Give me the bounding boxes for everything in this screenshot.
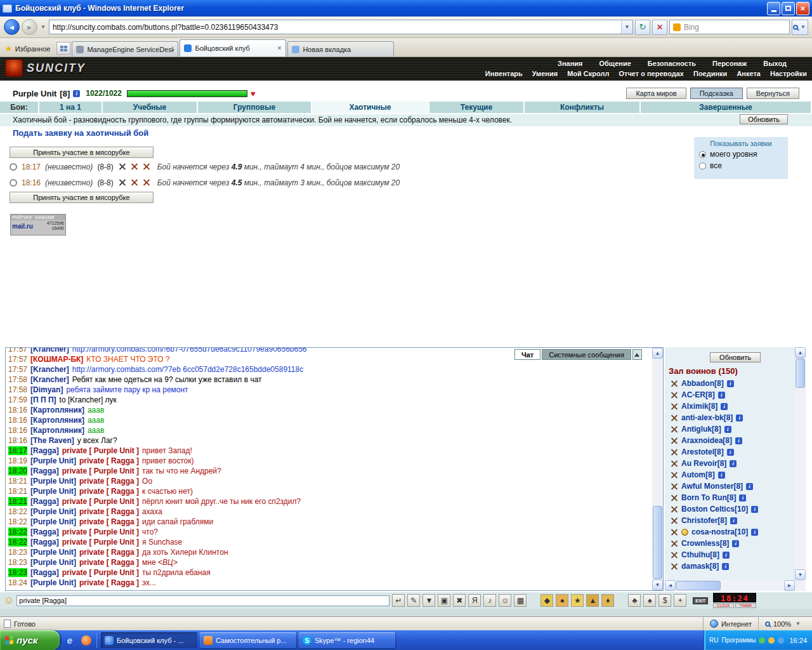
tab-close-icon[interactable]: ✕ — [277, 45, 282, 51]
skype-tray-icon[interactable] — [778, 637, 784, 644]
warriors-hscrollbar[interactable]: ◄ ► — [665, 580, 795, 591]
search-box[interactable]: Bing — [669, 20, 790, 34]
language-indicator[interactable]: RU — [709, 637, 718, 644]
attack-icon[interactable] — [670, 505, 678, 514]
chat-user[interactable]: [Krancher] — [30, 347, 69, 354]
attack-icon[interactable] — [670, 425, 678, 434]
game-nav-link[interactable]: Знания — [558, 60, 582, 67]
chat-user[interactable]: [Purple Unit] — [30, 578, 76, 587]
warrior-name[interactable]: Abbadon[8] — [681, 379, 724, 388]
battle-tab[interactable]: Хаотичные — [312, 102, 429, 113]
browser-tab[interactable]: Бойцовский клуб✕ — [180, 39, 286, 56]
info-icon[interactable]: i — [730, 460, 737, 467]
attack-icon[interactable] — [670, 494, 678, 502]
chat-user[interactable]: [Purple Unit] — [30, 477, 76, 486]
chat-user[interactable]: [П П П] — [30, 395, 56, 404]
game-nav-link[interactable]: Анкета — [737, 70, 761, 77]
chat-user[interactable]: [Ragga] — [30, 497, 59, 506]
exit-button[interactable]: EXIT — [693, 597, 708, 604]
photo-icon[interactable]: ▦ — [514, 594, 527, 607]
warriors-refresh-button[interactable]: Обновить — [710, 352, 761, 362]
warrior-name[interactable]: Alximik[8] — [681, 402, 717, 411]
attack-icon[interactable] — [670, 402, 678, 411]
filter-option[interactable]: моего уровня — [699, 150, 783, 159]
smiley-icon[interactable]: ☺ — [4, 595, 14, 606]
potion-icon[interactable]: ● — [556, 594, 568, 607]
header-button[interactable]: Подсказка — [690, 88, 743, 99]
refresh-page-button[interactable]: ↻ — [635, 20, 650, 35]
game-nav-link[interactable]: Персонаж — [712, 60, 747, 67]
scroll-up-icon[interactable]: ▲ — [652, 348, 663, 359]
chat-text[interactable]: http://armory.combats.com/?7eb 6cc057dd2… — [72, 365, 303, 374]
gift-icon[interactable]: ♦ — [601, 594, 614, 607]
warrior-name[interactable]: Arestotel[8] — [681, 448, 724, 456]
antivirus-tray-icon[interactable] — [759, 637, 765, 644]
battle-refresh-icon[interactable] — [10, 179, 17, 187]
scroll-down-icon[interactable]: ▼ — [795, 569, 806, 580]
send-icon[interactable]: ↵ — [392, 594, 405, 607]
info-icon[interactable]: i — [723, 552, 730, 559]
filter-option[interactable]: все — [699, 161, 783, 170]
chat-user[interactable]: [The Raven] — [30, 436, 74, 445]
info-icon[interactable]: i — [746, 483, 753, 490]
chat-user[interactable]: [Ragga] — [30, 467, 59, 475]
attack-icon[interactable] — [670, 460, 678, 468]
warriors-hscrollbar-thumb[interactable] — [676, 581, 721, 590]
warrior-name[interactable]: AC-ER[8] — [681, 390, 715, 399]
forward-button[interactable]: ► — [22, 19, 37, 35]
attack-icon[interactable] — [670, 380, 678, 388]
attack-icon[interactable] — [670, 562, 678, 571]
battle-refresh-icon[interactable] — [10, 163, 17, 171]
chat-user[interactable]: [Картопляник] — [30, 406, 84, 415]
browser-tab[interactable]: ManageEngine ServiceDesk P... — [72, 41, 178, 56]
settings-icon[interactable]: + — [674, 594, 686, 607]
clan-services-icon[interactable]: ♣ — [628, 594, 641, 607]
warrior-name[interactable]: Araxnoidea[8] — [681, 436, 732, 445]
game-nav-link[interactable]: Мой Скролл — [567, 70, 609, 77]
minimize-button[interactable] — [767, 2, 780, 15]
internet-explorer-icon[interactable]: e — [63, 634, 76, 647]
warrior-name[interactable]: Crownless[8] — [681, 539, 729, 548]
chat-user[interactable]: [Purple Unit] — [30, 548, 76, 557]
smiles-icon[interactable]: ☺ — [499, 594, 511, 607]
game-nav-link[interactable]: Поединки — [693, 70, 727, 77]
chat-user[interactable]: [Purple Unit] — [30, 487, 76, 496]
suncity-logo[interactable]: SUNCITY — [5, 59, 86, 77]
mailru-rating-badge[interactable]: РЕЙТИНГ 34483485 mail.ru 4712596 16490 — [10, 214, 66, 235]
chat-collapse-button[interactable] — [632, 349, 642, 360]
attack-icon[interactable] — [670, 517, 678, 525]
info-icon[interactable]: i — [718, 472, 725, 479]
attack-icon[interactable] — [670, 437, 678, 445]
zoom-dropdown-icon[interactable]: ▼ — [794, 621, 802, 627]
join-meatgrinder-button-bottom[interactable]: Принять участие в мясорубке — [10, 192, 154, 203]
chat-scrollbar[interactable]: ▲ ▼ — [652, 348, 663, 590]
warrior-name[interactable]: cosa-nostra[10] — [691, 527, 748, 536]
shop-icon[interactable]: ◆ — [540, 594, 553, 607]
clock-button[interactable]: CLOCK — [713, 603, 734, 608]
taskbar-item[interactable]: SSkype™ - region44 — [299, 632, 395, 648]
game-nav-link[interactable]: Инвентарь — [485, 70, 523, 77]
info-icon[interactable]: i — [727, 449, 734, 456]
info-icon[interactable]: i — [739, 494, 746, 501]
warrior-name[interactable]: Born To Run[8] — [681, 493, 736, 502]
warrior-name[interactable]: Boston Celtics[10] — [681, 505, 748, 514]
info-icon[interactable]: i — [730, 517, 737, 524]
attack-icon[interactable] — [670, 528, 678, 536]
gold-icon[interactable]: ★ — [571, 594, 584, 607]
scroll-right-icon[interactable]: ► — [784, 580, 795, 591]
ignore-icon[interactable]: ✖ — [453, 594, 466, 607]
quick-tabs-button[interactable] — [56, 42, 70, 55]
radio-icon[interactable] — [699, 151, 706, 158]
warrior-name[interactable]: Antigluk[8] — [681, 425, 721, 434]
history-dropdown-icon[interactable]: ▼ — [39, 24, 47, 30]
apply-chaos-link[interactable]: Подать заявку на хаотичный бой — [13, 128, 148, 138]
attack-icon[interactable] — [670, 482, 678, 491]
url-field[interactable]: http://suncity.combats.com/buttons.pl?ba… — [49, 20, 633, 34]
chat-user[interactable]: [КОШМАР-БК] — [30, 355, 83, 364]
info-icon[interactable]: i — [736, 415, 743, 421]
info-icon[interactable]: i — [732, 540, 739, 547]
chat-user[interactable]: [Purple Unit] — [30, 507, 76, 516]
chat-text[interactable]: http://armory.combats.com/!6b7-07655d7de… — [72, 347, 307, 354]
warrior-name[interactable]: Awful Monster[8] — [681, 482, 743, 491]
battle-tab[interactable]: Групповые — [198, 102, 312, 113]
